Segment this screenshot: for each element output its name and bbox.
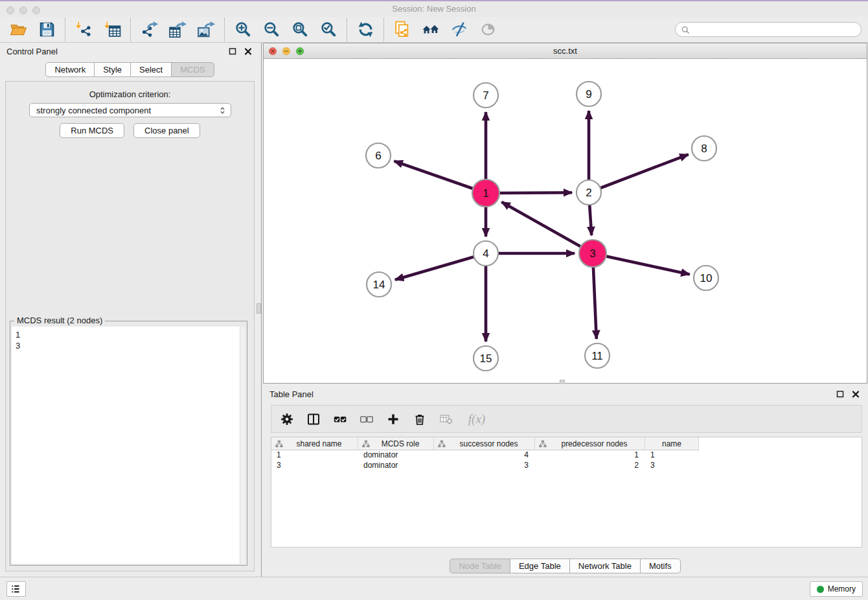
close-table-panel-button[interactable] xyxy=(851,389,861,399)
table-row[interactable]: 1dominator411 xyxy=(271,450,862,461)
tab-node-table[interactable]: Node Table xyxy=(450,559,510,573)
table-row[interactable]: 3dominator323 xyxy=(271,461,862,471)
app-title: Session: New Session xyxy=(0,1,868,17)
graph-node-label: 9 xyxy=(586,88,591,100)
memory-button[interactable]: Memory xyxy=(810,581,863,597)
graph-edge-1-6[interactable] xyxy=(394,161,486,193)
close-window-button[interactable] xyxy=(6,6,14,14)
table-cell[interactable]: 3 xyxy=(271,461,358,471)
tab-style[interactable]: Style xyxy=(94,62,131,77)
eye-icon xyxy=(479,21,497,38)
column-header-MCDS-role[interactable]: MCDS role xyxy=(358,437,434,450)
network-close-button[interactable] xyxy=(269,47,277,55)
column-type-icon xyxy=(538,440,547,448)
search-box[interactable] xyxy=(675,22,862,37)
folder-open-icon xyxy=(10,21,27,38)
network-maximize-button[interactable] xyxy=(296,47,304,55)
zoom-in-button[interactable] xyxy=(233,19,253,40)
tab-motifs[interactable]: Motifs xyxy=(640,559,681,573)
table-cell[interactable]: dominator xyxy=(358,461,434,471)
open-session-button[interactable] xyxy=(8,19,29,40)
float-panel-button[interactable] xyxy=(227,46,238,56)
optimization-select[interactable]: strongly connected component xyxy=(29,103,231,117)
network-canvas[interactable]: 1234678910111415 xyxy=(264,59,867,383)
column-header-shared-name[interactable]: shared name xyxy=(271,437,358,450)
table-panel-title: Table Panel xyxy=(269,389,314,399)
graph-edge-4-14[interactable] xyxy=(395,253,486,280)
eye-slash-icon xyxy=(451,21,468,38)
close-panel-button[interactable] xyxy=(243,46,253,56)
function-builder-button: f(x) xyxy=(465,411,488,427)
column-header-label: shared name xyxy=(283,439,355,448)
zoom-selected-button[interactable] xyxy=(318,19,339,40)
refresh-view-button[interactable] xyxy=(355,19,376,40)
graph-node-label: 7 xyxy=(483,89,488,102)
tab-network[interactable]: Network xyxy=(45,62,95,77)
column-header-label: MCDS role xyxy=(370,439,431,448)
network-window-titlebar[interactable]: scc.txt xyxy=(264,43,867,59)
tab-select[interactable]: Select xyxy=(130,62,172,77)
column-header-label: predecessor nodes xyxy=(547,439,642,448)
column-settings-button[interactable] xyxy=(279,411,295,427)
graph-node-label: 6 xyxy=(375,150,381,162)
import-network-button[interactable] xyxy=(73,19,94,40)
column-header-name[interactable]: name xyxy=(645,437,698,450)
search-input[interactable] xyxy=(692,25,856,34)
columns-icon xyxy=(307,413,320,426)
float-table-panel-button[interactable] xyxy=(835,389,845,399)
show-column-panel-button[interactable] xyxy=(306,411,321,427)
export-network-button[interactable] xyxy=(139,19,159,40)
search-icon xyxy=(681,25,690,34)
column-header-predecessor-nodes[interactable]: predecessor nodes xyxy=(535,437,645,450)
graph-edge-2-8[interactable] xyxy=(589,154,689,192)
horizontal-split-grip[interactable] xyxy=(560,380,565,384)
graph-node-label: 11 xyxy=(591,350,603,362)
show-panels-button[interactable] xyxy=(6,581,26,597)
column-header-successor-nodes[interactable]: successor nodes xyxy=(434,437,535,450)
import-network-icon xyxy=(75,21,93,38)
mcds-result-textarea[interactable]: 13 xyxy=(12,327,246,564)
close-panel-button-inner[interactable]: Close panel xyxy=(133,123,200,138)
table-cell[interactable]: 1 xyxy=(535,450,645,461)
control-panel-title: Control Panel xyxy=(6,47,58,56)
tab-network-table[interactable]: Network Table xyxy=(569,559,641,573)
table-cell[interactable]: dominator xyxy=(358,450,434,461)
run-mcds-button[interactable]: Run MCDS xyxy=(60,123,124,138)
table-cell[interactable]: 4 xyxy=(434,450,535,461)
table-cell[interactable]: 2 xyxy=(535,461,645,471)
save-session-button[interactable] xyxy=(36,19,57,40)
unselect-all-columns-button[interactable] xyxy=(359,411,374,427)
result-scrollbar[interactable] xyxy=(240,327,246,564)
network-home-button[interactable] xyxy=(420,19,441,40)
zoom-in-icon xyxy=(234,21,252,38)
export-table-icon xyxy=(169,21,187,38)
function-icon: f(x) xyxy=(468,412,485,426)
table-cell[interactable]: 3 xyxy=(434,461,535,471)
table-cell[interactable]: 1 xyxy=(271,450,358,461)
export-table-button[interactable] xyxy=(167,19,188,40)
table-tabs: Node TableEdge TableNetwork TableMotifs xyxy=(263,559,867,573)
zoom-fit-button[interactable] xyxy=(290,19,310,40)
graph-node-label: 3 xyxy=(589,248,595,260)
duplicate-network-button[interactable] xyxy=(392,19,413,40)
vertical-split-grip[interactable] xyxy=(257,303,261,314)
graph-edge-3-10[interactable] xyxy=(593,253,690,275)
tab-mcds[interactable]: MCDS xyxy=(171,62,214,77)
table-cell[interactable]: 3 xyxy=(645,461,698,471)
export-image-button[interactable] xyxy=(196,19,216,40)
mcds-panel: Optimization criterion: strongly connect… xyxy=(5,81,255,571)
graph-edge-3-1[interactable] xyxy=(501,202,593,253)
zoom-out-button[interactable] xyxy=(261,19,282,40)
hide-selected-button[interactable] xyxy=(449,19,470,40)
maximize-window-button[interactable] xyxy=(32,6,40,14)
delete-columns-button[interactable] xyxy=(412,411,428,427)
tab-edge-table[interactable]: Edge Table xyxy=(510,559,570,573)
select-all-columns-button[interactable] xyxy=(332,411,348,427)
create-column-button[interactable] xyxy=(385,411,401,427)
minimize-window-button[interactable] xyxy=(19,6,27,14)
table-toolbar: f(x) xyxy=(271,405,862,433)
table-cell[interactable]: 1 xyxy=(645,450,698,461)
network-minimize-button[interactable] xyxy=(282,47,290,55)
import-table-button[interactable] xyxy=(102,19,122,40)
export-network-icon xyxy=(141,21,158,38)
